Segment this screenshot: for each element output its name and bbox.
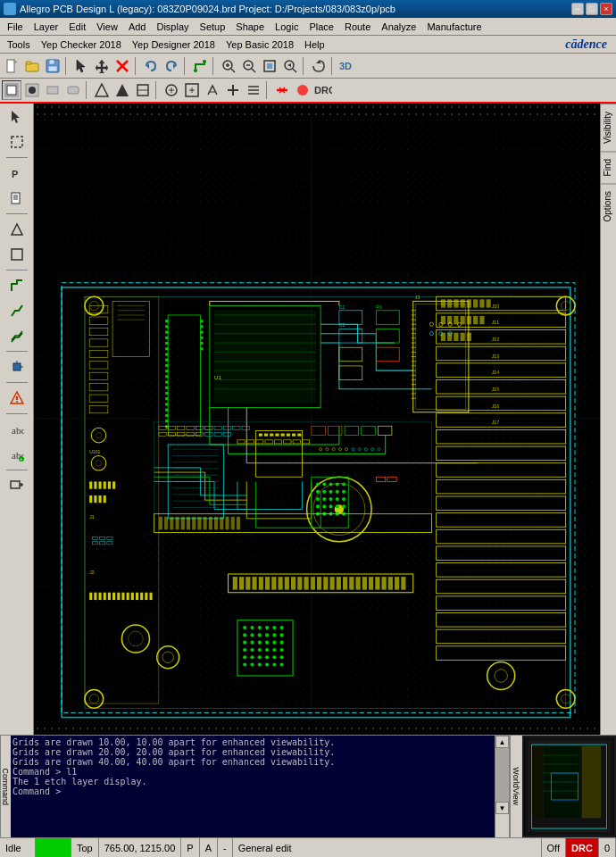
menu-tools[interactable]: Tools <box>2 38 36 51</box>
svg-rect-3 <box>26 62 31 64</box>
shape-add-button[interactable] <box>5 218 29 241</box>
options-tab[interactable]: Options <box>601 183 616 229</box>
menu-file[interactable]: File <box>2 21 29 33</box>
svg-rect-159 <box>200 325 203 328</box>
snap-tb1[interactable] <box>2 80 21 100</box>
find-tab[interactable]: Find <box>601 151 616 183</box>
menu-add[interactable]: Add <box>123 21 152 33</box>
menu-manufacture[interactable]: Manufacture <box>421 21 487 33</box>
console-area[interactable]: Command Grids are drawn 10.00, 10.00 apa… <box>0 736 509 837</box>
minimap-canvas[interactable] <box>524 737 614 836</box>
tb2-b3[interactable] <box>133 80 153 100</box>
svg-point-281 <box>243 641 246 645</box>
minimap-area: WorldView <box>509 736 616 837</box>
svg-rect-154 <box>165 409 168 412</box>
route-single-button[interactable] <box>5 299 29 322</box>
tb2-b1[interactable] <box>92 80 112 100</box>
open-button[interactable] <box>22 56 42 76</box>
select-tool-button[interactable] <box>5 105 29 129</box>
tb2-c2[interactable] <box>182 80 202 100</box>
add-text2-button[interactable]: abc+ <box>5 443 29 466</box>
menu-analyze[interactable]: Analyze <box>376 21 421 33</box>
svg-rect-157 <box>165 425 168 428</box>
add-text-button[interactable]: abc <box>5 418 29 441</box>
menu-shape[interactable]: Shape <box>230 21 270 33</box>
property-button[interactable]: P <box>5 162 29 185</box>
menu-help[interactable]: Help <box>299 38 330 51</box>
pcb-canvas-area[interactable]: U101 J1 J2 <box>34 104 600 735</box>
zoom-out-button[interactable] <box>239 56 259 76</box>
scroll-up-button[interactable]: ▲ <box>495 736 509 748</box>
route-button[interactable] <box>5 274 29 297</box>
zoom-in-button[interactable] <box>219 56 238 76</box>
minimize-button[interactable]: – <box>571 3 584 15</box>
tb2-d3[interactable]: DRC <box>313 80 333 100</box>
svg-rect-124 <box>104 593 106 600</box>
tb2-b2[interactable] <box>112 80 132 100</box>
menu-layer[interactable]: Layer <box>29 21 64 33</box>
close-button[interactable]: × <box>600 3 612 15</box>
console-scrollbar[interactable]: ▲ ▼ <box>495 736 509 837</box>
menu-place[interactable]: Place <box>304 21 339 33</box>
deselect-button[interactable] <box>5 130 29 154</box>
svg-rect-5 <box>49 60 54 64</box>
menu-logic[interactable]: Logic <box>270 21 304 33</box>
tb2-d1[interactable] <box>272 80 292 100</box>
delete-button[interactable] <box>112 56 132 76</box>
zoom-prev-button[interactable] <box>280 56 300 76</box>
undo-button[interactable] <box>141 56 161 76</box>
menu-edit[interactable]: Edit <box>63 21 91 33</box>
svg-rect-441 <box>225 517 229 530</box>
menu-display[interactable]: Display <box>151 21 194 33</box>
visibility-tab[interactable]: Visibility <box>601 104 616 151</box>
route-diff-button[interactable] <box>5 324 29 347</box>
svg-rect-32 <box>47 87 58 94</box>
svg-point-278 <box>265 633 269 637</box>
menu-setup[interactable]: Setup <box>195 21 231 33</box>
redo-button[interactable] <box>162 56 181 76</box>
svg-rect-152 <box>165 397 168 400</box>
svg-rect-239 <box>233 577 237 590</box>
snap-tb3[interactable] <box>43 80 62 100</box>
redraw-button[interactable] <box>309 56 329 76</box>
svg-rect-377 <box>259 434 262 437</box>
scroll-down-button[interactable]: ▼ <box>495 802 509 814</box>
3d-button[interactable]: 3D <box>337 56 357 76</box>
svg-rect-150 <box>165 387 168 389</box>
new-button[interactable] <box>2 56 21 76</box>
tb2-d2[interactable] <box>293 80 312 100</box>
add-connect-button[interactable] <box>190 56 210 76</box>
pointer-button[interactable] <box>71 56 91 76</box>
save-button[interactable] <box>43 56 62 76</box>
snap-tb4[interactable] <box>63 80 83 100</box>
svg-point-419 <box>336 504 339 508</box>
tb2-c1[interactable] <box>162 80 181 100</box>
place-button[interactable] <box>5 355 29 379</box>
svg-point-418 <box>329 504 332 508</box>
svg-point-275 <box>243 633 246 637</box>
svg-marker-62 <box>12 224 22 235</box>
svg-rect-158 <box>200 320 203 322</box>
maximize-button[interactable]: □ <box>586 3 598 15</box>
zoom-fit-button[interactable] <box>260 56 279 76</box>
tb2-c4[interactable] <box>223 80 243 100</box>
zoom-window-button[interactable] <box>5 474 29 497</box>
svg-rect-56 <box>12 137 22 147</box>
svg-text:J3: J3 <box>415 295 420 300</box>
menu-yep-basic[interactable]: Yep Basic 2018 <box>221 38 299 51</box>
tb2-c5[interactable] <box>244 80 263 100</box>
shape-edit-button[interactable] <box>5 243 29 266</box>
move-button[interactable] <box>92 56 112 76</box>
pcb-canvas[interactable]: U101 J1 J2 <box>34 104 600 735</box>
drc-check-button[interactable] <box>5 387 29 410</box>
menu-yep-designer[interactable]: Yep Designer 2018 <box>127 38 221 51</box>
menu-view[interactable]: View <box>91 21 123 33</box>
menu-route[interactable]: Route <box>339 21 376 33</box>
edit-button[interactable] <box>5 187 29 210</box>
menu-yep-checker[interactable]: Yep Checker 2018 <box>36 38 127 51</box>
console-line-1: Grids are drawn 10.00, 10.00 apart for e… <box>12 737 491 747</box>
sep2 <box>135 57 138 75</box>
snap-tb2[interactable] <box>22 80 42 100</box>
tb2-c3[interactable] <box>203 80 222 100</box>
svg-rect-121 <box>89 593 92 600</box>
